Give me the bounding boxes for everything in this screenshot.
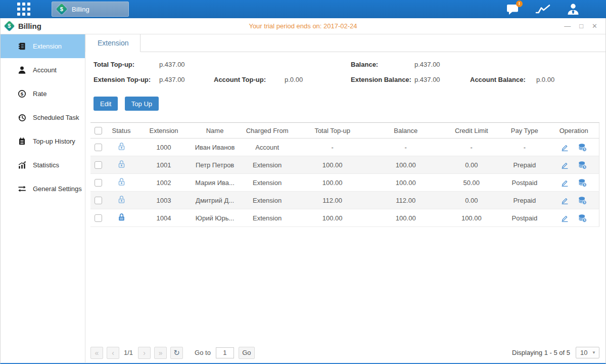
sidebar-item-label: Rate	[33, 90, 46, 98]
refresh-icon[interactable]: ↻	[170, 347, 183, 359]
cell-total-topup: -	[296, 139, 369, 156]
cell-balance: 100.00	[369, 209, 442, 227]
statistics-icon	[17, 161, 26, 169]
account-balance-value: p.0.00	[536, 76, 554, 83]
app-grid-icon[interactable]	[17, 3, 30, 16]
topup-coins-icon[interactable]: $	[578, 161, 587, 169]
page-size-select[interactable]: 10 ▼	[576, 347, 599, 358]
table-row: 1003 Дмитрий Д... Extension 112.00 112.0…	[90, 192, 599, 209]
cell-total-topup: 100.00	[296, 156, 369, 174]
column-credit-limit: Credit Limit	[442, 123, 500, 139]
sidebar-item-label: Statistics	[33, 161, 59, 169]
edit-pencil-icon[interactable]	[561, 161, 569, 169]
cell-name: Юрий Юрь...	[191, 209, 239, 227]
close-button[interactable]: ✕	[592, 23, 597, 29]
tab-label: Extension	[98, 39, 128, 47]
billing-window-icon: $	[4, 21, 15, 31]
page-size-value: 10	[576, 349, 587, 356]
row-checkbox[interactable]	[95, 179, 102, 187]
page-indicator: 1/1	[124, 349, 133, 356]
sidebar-item-scheduled-task[interactable]: Scheduled Task	[1, 106, 85, 129]
account-topup-value: p.0.00	[285, 76, 303, 83]
table-row: 1000 Иван Иванов Account - - - -	[90, 139, 599, 156]
tab-extension[interactable]: Extension	[85, 34, 141, 52]
last-page-button[interactable]: »	[154, 347, 167, 359]
cell-charged-from: Extension	[239, 209, 296, 227]
column-status: Status	[106, 123, 136, 139]
topup-coins-icon[interactable]: $	[578, 214, 587, 222]
next-page-button[interactable]: ›	[138, 347, 151, 359]
row-checkbox[interactable]	[95, 197, 102, 204]
minimize-button[interactable]: —	[564, 23, 571, 29]
edit-pencil-icon[interactable]	[561, 178, 569, 187]
tabstrip: Extension	[85, 34, 605, 52]
taskbar-tab-label: Billing	[72, 6, 89, 13]
sidebar-item-account[interactable]: Account	[1, 58, 85, 82]
prev-page-button[interactable]: ‹	[107, 347, 119, 359]
edit-pencil-icon[interactable]	[561, 143, 569, 152]
first-page-button[interactable]: «	[90, 347, 103, 359]
cell-name: Дмитрий Д...	[191, 192, 239, 209]
extension-balance-label: Extension Balance:	[351, 76, 414, 83]
cell-name: Петр Петров	[191, 156, 239, 174]
topup-history-icon	[17, 137, 26, 146]
account-balance-label: Account Balance:	[470, 76, 536, 83]
sidebar-item-extension[interactable]: Extension	[1, 34, 85, 58]
cell-charged-from: Account	[239, 139, 296, 156]
select-all-checkbox[interactable]	[95, 127, 102, 134]
trial-notice: Your trial period ends on: 2017-02-24	[1, 22, 605, 30]
cell-credit-limit: 100.00	[442, 209, 500, 227]
row-checkbox[interactable]	[95, 144, 102, 151]
extension-topup-value: p.437.00	[159, 76, 214, 83]
cell-balance: 112.00	[369, 192, 442, 209]
summary-panel: Total Top-up: p.437.00 Balance: p.437.00…	[94, 61, 599, 83]
sidebar-item-label: Account	[33, 66, 57, 74]
extension-table: Status Extension Name Charged From Total…	[90, 122, 599, 227]
edit-pencil-icon[interactable]	[561, 196, 569, 205]
goto-page-input[interactable]	[216, 347, 234, 358]
window-titlebar: $ Billing Your trial period ends on: 201…	[1, 18, 605, 34]
column-pay-type: Pay Type	[500, 123, 548, 139]
sidebar-item-label: Scheduled Task	[33, 114, 79, 121]
column-balance: Balance	[369, 123, 442, 139]
column-extension: Extension	[136, 123, 191, 139]
window-controls: — □ ✕	[555, 23, 597, 29]
user-icon[interactable]	[567, 3, 580, 15]
sidebar-item-label: Top-up History	[33, 138, 75, 145]
status-lock-icon	[118, 180, 125, 188]
cell-credit-limit: 0.00	[442, 156, 500, 174]
cell-extension: 1001	[136, 156, 191, 174]
topup-coins-icon[interactable]: $	[578, 178, 587, 187]
topup-coins-icon[interactable]: $	[578, 143, 587, 152]
window-title: Billing	[18, 22, 41, 30]
edit-pencil-icon[interactable]	[561, 214, 569, 222]
taskbar-tab-billing[interactable]: $ Billing	[52, 2, 129, 17]
cell-balance: 100.00	[369, 156, 442, 174]
rate-icon: $	[17, 89, 26, 98]
row-checkbox[interactable]	[95, 214, 102, 222]
topup-coins-icon[interactable]: $	[578, 196, 587, 205]
cell-name: Мария Ива...	[191, 174, 239, 192]
sidebar-item-topup-history[interactable]: Top-up History	[1, 129, 85, 153]
sidebar: Extension Account $	[1, 34, 85, 362]
displaying-text: Displaying 1 - 5 of 5	[512, 349, 570, 356]
edit-button[interactable]: Edit	[94, 97, 118, 111]
reports-chart-icon[interactable]	[535, 4, 550, 15]
cell-total-topup: 112.00	[296, 192, 369, 209]
topup-button[interactable]: Top Up	[125, 97, 159, 111]
row-checkbox[interactable]	[95, 161, 102, 169]
sidebar-item-rate[interactable]: $ Rate	[1, 82, 85, 106]
go-button[interactable]: Go	[239, 347, 255, 359]
cell-pay-type: -	[500, 139, 548, 156]
cell-pay-type: Postpaid	[500, 209, 548, 227]
messages-icon[interactable]: !	[506, 4, 519, 15]
cell-charged-from: Extension	[239, 156, 296, 174]
sidebar-item-statistics[interactable]: Statistics	[1, 153, 85, 177]
column-total-topup: Total Top-up	[296, 123, 369, 139]
maximize-button[interactable]: □	[579, 23, 583, 29]
cell-charged-from: Extension	[239, 192, 296, 209]
sidebar-item-general-settings[interactable]: General Settings	[1, 177, 85, 201]
account-topup-label: Account Top-up:	[214, 76, 285, 83]
extension-icon	[17, 42, 26, 51]
extension-balance-value: p.437.00	[414, 76, 470, 83]
